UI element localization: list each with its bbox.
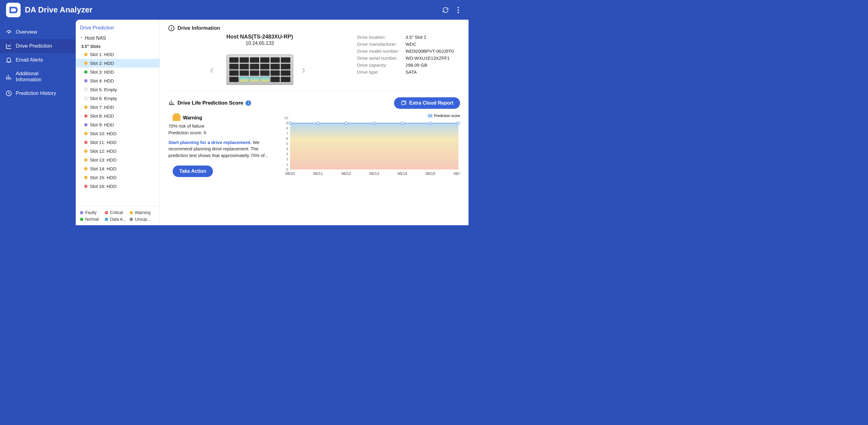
svg-point-2 (458, 7, 459, 8)
svg-text:06/11: 06/11 (313, 172, 323, 176)
status-dot-icon (84, 106, 88, 109)
nav-label: Additional Information (16, 70, 41, 83)
svg-text:9: 9 (286, 121, 288, 125)
nav-email-alerts[interactable]: Email Alerts (0, 53, 76, 67)
status-dot-icon (84, 176, 88, 179)
slot-item[interactable]: Slot 1: HDD (76, 50, 160, 59)
svg-point-19 (289, 122, 291, 124)
bar-chart-icon (5, 73, 12, 80)
svg-point-23 (401, 122, 403, 124)
sidebar: Overview Drive Prediction Email Alerts A… (0, 20, 76, 229)
slot-label: Slot 9: HDD (90, 122, 114, 127)
info-value: 3.5" Slot 2 (406, 34, 427, 40)
warning-title: Warning (183, 115, 202, 121)
device-name: Host NAS(TS-2483XU-RP) (168, 34, 351, 40)
svg-text:6: 6 (286, 137, 288, 140)
info-label: Drive type: (357, 69, 406, 75)
slot-label: Slot 16: HDD (90, 184, 117, 189)
slot-label: Slot 12: HDD (90, 148, 117, 154)
chart-line-icon (5, 43, 12, 49)
svg-text:06/14: 06/14 (398, 172, 407, 176)
nav-drive-prediction[interactable]: Drive Prediction (0, 39, 76, 53)
svg-rect-7 (402, 101, 405, 105)
status-dot-icon (84, 123, 88, 126)
slot-item[interactable]: Slot 8: HDD (76, 112, 160, 120)
slot-item[interactable]: Slot 3: HDD (76, 67, 160, 76)
detail-panel: i Drive Information Host NAS(TS-2483XU-R… (160, 20, 468, 225)
drive-info-table: Drive location:3.5" Slot 2Drive manufact… (357, 34, 460, 85)
svg-text:3: 3 (286, 152, 288, 156)
nav-additional-info[interactable]: Additional Information (0, 67, 76, 86)
status-dot-icon (84, 79, 88, 82)
svg-text:8: 8 (286, 126, 288, 130)
slot-item[interactable]: Slot 10: HDD (76, 129, 160, 138)
slot-item[interactable]: Slot 13: HDD (76, 155, 160, 164)
slot-item[interactable]: Slot 7: HDD (76, 103, 160, 112)
svg-text:0: 0 (286, 168, 288, 171)
svg-point-4 (458, 11, 459, 13)
take-action-button[interactable]: Take Action (173, 166, 213, 177)
status-dot-icon (84, 53, 88, 56)
score-line: Prediction score: 9 (168, 130, 271, 136)
slot-item[interactable]: Slot 6: Empty (76, 94, 160, 103)
slot-list[interactable]: Slot 1: HDDSlot 2: HDDSlot 3: HDDSlot 4:… (76, 50, 160, 206)
slot-item[interactable]: Slot 9: HDD (76, 120, 160, 129)
slot-item[interactable]: Slot 12: HDD (76, 147, 160, 155)
prev-device-button[interactable]: ‹ (210, 64, 218, 76)
slot-item[interactable]: Slot 14: HDD (76, 164, 160, 173)
svg-text:4: 4 (286, 147, 288, 151)
slot-item[interactable]: Slot 16: HDD (76, 182, 160, 191)
info-label: Drive capacity: (357, 62, 406, 67)
info-label: Drive serial number: (357, 55, 406, 61)
chevron-down-icon: ⌃ (80, 36, 83, 40)
report-icon (401, 101, 407, 106)
nav-overview[interactable]: Overview (0, 25, 76, 39)
info-badge-icon[interactable]: i (246, 100, 251, 106)
nas-illustration (226, 55, 293, 85)
status-dot-icon (84, 132, 88, 135)
nav-prediction-history[interactable]: Prediction History (0, 86, 76, 100)
advice-lead: Start planning for a drive replacement. (168, 140, 251, 145)
slot-label: Slot 10: HDD (90, 131, 117, 136)
info-value: 298.09 GB (406, 62, 427, 67)
svg-point-21 (345, 122, 347, 124)
tree-subheading: 3.5" Slots (76, 43, 160, 50)
app-logo (6, 3, 21, 17)
slot-label: Slot 2: HDD (90, 61, 114, 66)
warning-folder-icon (173, 115, 181, 121)
status-dot-icon (84, 70, 88, 74)
host-label: Host NAS (85, 35, 106, 41)
status-dot-icon (84, 61, 88, 65)
svg-text:06/15: 06/15 (426, 172, 435, 176)
svg-text:7: 7 (286, 132, 288, 135)
info-value: WD-WXU1E13XZFF1 (406, 55, 450, 61)
svg-text:1: 1 (286, 163, 288, 166)
risk-line: 70% risk of failure (168, 123, 271, 130)
refresh-icon[interactable] (441, 6, 450, 14)
info-icon: i (168, 25, 175, 31)
svg-text:2: 2 (286, 157, 288, 161)
slot-label: Slot 5: Empty (90, 87, 117, 92)
slot-item[interactable]: Slot 5: Empty (76, 85, 160, 94)
status-dot-icon (84, 88, 88, 91)
more-menu-icon[interactable] (454, 6, 462, 14)
prediction-chart: Prediction score 01234567891006/1006/110… (280, 115, 460, 180)
slot-tree-panel: Drive Prediction ⌃ Host NAS 3.5" Slots S… (76, 20, 160, 225)
tree-host-toggle[interactable]: ⌃ Host NAS (76, 34, 160, 43)
svg-point-25 (457, 122, 460, 124)
slot-item[interactable]: Slot 15: HDD (76, 173, 160, 182)
next-device-button[interactable]: › (302, 64, 310, 76)
extra-cloud-report-button[interactable]: Extra Cloud Report (394, 97, 460, 109)
svg-text:06/13: 06/13 (370, 172, 379, 176)
slot-item[interactable]: Slot 4: HDD (76, 76, 160, 85)
slot-item[interactable]: Slot 11: HDD (76, 138, 160, 147)
bell-icon (5, 57, 12, 63)
status-dot-icon (84, 158, 88, 162)
status-dot-icon (84, 97, 88, 100)
info-label: Drive model number: (357, 49, 406, 54)
slot-label: Slot 14: HDD (90, 166, 117, 171)
tree-title: Drive Prediction (76, 20, 160, 34)
slot-item[interactable]: Slot 2: HDD (76, 59, 160, 67)
svg-point-24 (429, 122, 432, 124)
slot-label: Slot 8: HDD (90, 113, 114, 118)
